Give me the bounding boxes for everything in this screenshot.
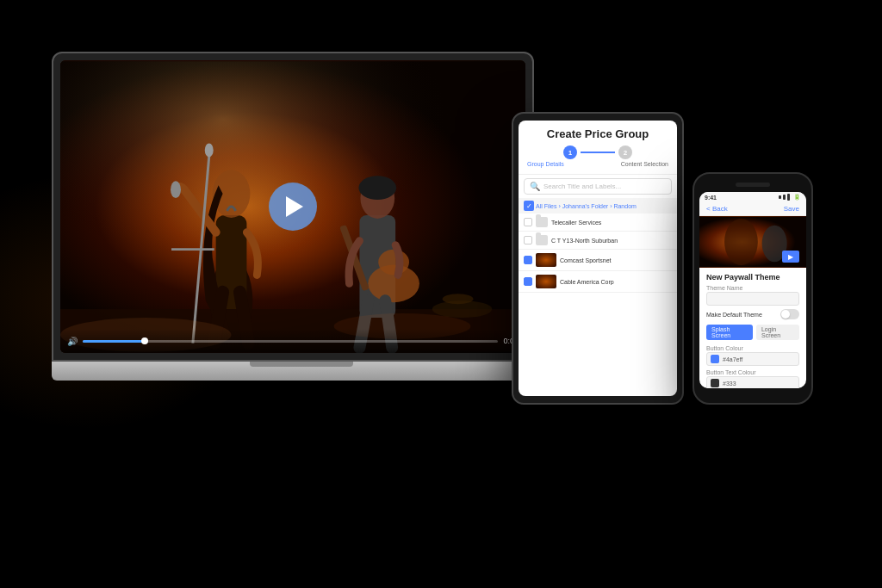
splash-screen-tab[interactable]: Splash Screen xyxy=(706,325,753,340)
phone-nav-bar: < Back Save xyxy=(699,202,806,216)
play-icon xyxy=(286,196,303,217)
progress-thumb xyxy=(141,337,148,344)
phone-save-button[interactable]: Save xyxy=(784,205,799,213)
phone-button-text-colour-field[interactable]: #333 xyxy=(706,376,799,388)
laptop-base xyxy=(52,362,551,381)
step-1-dot: 1 xyxy=(563,145,577,159)
thumb-image xyxy=(536,253,556,267)
laptop-notch xyxy=(250,362,353,367)
signal-bar-3 xyxy=(787,194,790,201)
folder-icon xyxy=(536,217,548,227)
phone-button-colour-field[interactable]: #4a7eff xyxy=(706,352,799,366)
step-2-label: Content Selection xyxy=(621,161,668,167)
phone-status-bar: 9:41 🔋 xyxy=(699,192,806,202)
phone-theme-name-input[interactable] xyxy=(706,292,799,306)
phone-device: 9:41 🔋 < Back Save xyxy=(693,172,813,405)
tablet-screen: Create Price Group 1 2 Group Details Con… xyxy=(519,121,677,396)
phone-play-button[interactable]: ▶ xyxy=(782,251,799,263)
file-list: Telecaller Services C T Y13-North Suburb… xyxy=(519,214,677,396)
play-button[interactable] xyxy=(269,183,317,231)
phone-time: 9:41 xyxy=(705,195,717,201)
main-scene: 🔊 0:06 Create Price Group 1 xyxy=(0,0,882,588)
phone-play-icon: ▶ xyxy=(788,253,793,261)
laptop-screen-outer: 🔊 0:06 xyxy=(52,52,534,362)
video-thumbnail xyxy=(536,275,556,288)
file-name: C T Y13-North Suburban xyxy=(551,238,672,244)
volume-icon[interactable]: 🔊 xyxy=(67,337,78,346)
phone-toggle-label: Make Default Theme xyxy=(706,312,762,318)
file-name: Telecaller Services xyxy=(551,220,672,226)
step-labels: Group Details Content Selection xyxy=(525,161,670,167)
folder-navigation[interactable]: All Files › Johanna's Folder › Random xyxy=(519,198,677,214)
svg-point-14 xyxy=(378,250,409,275)
button-text-colour-swatch xyxy=(711,379,719,387)
phone-back-button[interactable]: < Back xyxy=(706,205,728,213)
file-checkbox-checked[interactable] xyxy=(524,256,532,264)
progress-bar[interactable] xyxy=(83,340,498,343)
phone-theme-name-label: Theme Name xyxy=(706,285,799,291)
tablet-title: Create Price Group xyxy=(525,127,670,140)
tablet-steps: 1 2 xyxy=(525,145,670,159)
video-controls: 🔊 0:06 xyxy=(60,329,525,353)
svg-point-21 xyxy=(724,219,758,265)
svg-point-6 xyxy=(171,181,181,198)
phone-content: New Paywall Theme Theme Name Make Defaul… xyxy=(699,268,806,388)
phone-screen: 9:41 🔋 < Back Save xyxy=(699,192,806,388)
search-placeholder: Search Title and Labels... xyxy=(543,183,621,190)
svg-point-9 xyxy=(205,144,214,158)
step-2-dot: 2 xyxy=(618,145,632,159)
laptop-screen-inner: 🔊 0:06 xyxy=(60,60,525,353)
tablet-device: Create Price Group 1 2 Group Details Con… xyxy=(512,112,684,405)
button-text-colour-value: #333 xyxy=(723,381,736,387)
file-item[interactable]: Cable America Corp xyxy=(519,271,677,293)
search-icon: 🔍 xyxy=(530,182,540,191)
phone-button-colour-label: Button Colour xyxy=(706,345,799,351)
phone-toggle-row: Make Default Theme xyxy=(706,309,799,319)
phone-tab-row: Splash Screen Login Screen xyxy=(706,325,799,340)
phone-toggle-knob xyxy=(781,310,790,319)
svg-point-12 xyxy=(358,176,396,200)
folder-nav-text: All Files › Johanna's Folder › Random xyxy=(536,203,637,209)
video-thumbnail xyxy=(536,253,556,267)
file-checkbox-checked[interactable] xyxy=(524,277,532,286)
select-all-checkbox[interactable] xyxy=(524,201,534,211)
thumb-image xyxy=(536,275,556,288)
phone-toggle[interactable] xyxy=(780,309,799,319)
battery-icon: 🔋 xyxy=(793,194,801,201)
phone-button-text-colour-label: Button Text Colour xyxy=(706,369,799,375)
status-icons: 🔋 xyxy=(779,194,801,201)
signal-bar-2 xyxy=(783,195,786,200)
laptop-device: 🔊 0:06 xyxy=(52,52,551,413)
file-item[interactable]: Comcast Sportsnet xyxy=(519,250,677,271)
file-item[interactable]: Telecaller Services xyxy=(519,214,677,232)
file-item[interactable]: C T Y13-North Suburban xyxy=(519,232,677,250)
button-colour-swatch xyxy=(711,355,719,363)
svg-point-17 xyxy=(443,294,474,304)
folder-icon xyxy=(536,235,548,245)
concert-video: 🔊 0:06 xyxy=(60,60,525,353)
button-colour-value: #4a7eff xyxy=(723,356,742,362)
signal-bar-1 xyxy=(779,195,781,199)
phone-video-thumbnail[interactable]: ▶ xyxy=(699,216,806,268)
phone-section-title: New Paywall Theme xyxy=(706,273,799,282)
progress-fill xyxy=(83,340,145,343)
tablet-search-box[interactable]: 🔍 Search Title and Labels... xyxy=(524,178,672,195)
file-checkbox[interactable] xyxy=(524,236,532,244)
file-name: Comcast Sportsnet xyxy=(560,257,672,263)
step-line xyxy=(581,152,615,153)
file-name: Cable America Corp xyxy=(560,279,672,285)
step-1-label: Group Details xyxy=(527,161,564,167)
file-checkbox[interactable] xyxy=(524,218,532,226)
tablet-header: Create Price Group 1 2 Group Details Con… xyxy=(519,121,677,175)
login-screen-tab[interactable]: Login Screen xyxy=(756,325,799,340)
phone-notch xyxy=(736,183,770,187)
